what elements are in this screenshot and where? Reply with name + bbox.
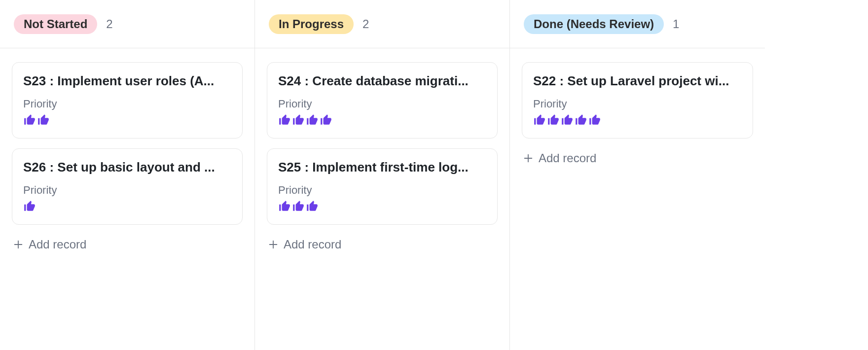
column-not-started: Not Started 2 S23 : Implement user roles… (0, 0, 255, 350)
priority-label: Priority (278, 98, 486, 110)
plus-icon (268, 239, 279, 250)
column-header: In Progress 2 (255, 0, 509, 48)
column-done-review: Done (Needs Review) 1 S22 : Set up Larav… (510, 0, 765, 350)
thumbs-up-icon (547, 113, 560, 126)
card[interactable]: S23 : Implement user roles (A... Priorit… (12, 62, 243, 139)
thumbs-up-icon (278, 200, 291, 212)
thumbs-up-icon (278, 113, 291, 126)
priority-thumbs (533, 113, 742, 126)
column-header: Not Started 2 (0, 0, 254, 48)
card[interactable]: S22 : Set up Laravel project wi... Prior… (522, 62, 753, 139)
column-header: Done (Needs Review) 1 (510, 0, 765, 48)
thumbs-up-icon (533, 113, 546, 126)
column-count: 1 (673, 17, 679, 31)
plus-icon (523, 153, 534, 164)
card-title: S22 : Set up Laravel project wi... (533, 73, 742, 89)
priority-thumbs (23, 113, 231, 126)
thumbs-up-icon (306, 200, 319, 212)
priority-thumbs (278, 113, 486, 126)
priority-label: Priority (23, 184, 231, 197)
kanban-board: Not Started 2 S23 : Implement user roles… (0, 0, 868, 350)
thumbs-up-icon (320, 113, 332, 126)
column-in-progress: In Progress 2 S24 : Create database migr… (255, 0, 510, 350)
status-pill-in-progress[interactable]: In Progress (269, 14, 354, 34)
column-body: S23 : Implement user roles (A... Priorit… (0, 48, 254, 254)
column-body: S22 : Set up Laravel project wi... Prior… (510, 48, 765, 168)
thumbs-up-icon (575, 113, 587, 126)
card[interactable]: S24 : Create database migrati... Priorit… (267, 62, 498, 139)
column-body: S24 : Create database migrati... Priorit… (255, 48, 509, 254)
thumbs-up-icon (588, 113, 601, 126)
card-title: S25 : Implement first-time log... (278, 160, 486, 175)
thumbs-up-icon (292, 113, 305, 126)
add-record-label: Add record (539, 151, 596, 165)
priority-label: Priority (533, 98, 742, 110)
card-title: S26 : Set up basic layout and ... (23, 160, 231, 175)
card[interactable]: S26 : Set up basic layout and ... Priori… (12, 148, 243, 225)
priority-thumbs (23, 200, 231, 212)
thumbs-up-icon (23, 113, 36, 126)
card[interactable]: S25 : Implement first-time log... Priori… (267, 148, 498, 225)
priority-label: Priority (23, 98, 231, 110)
column-count: 2 (362, 17, 369, 31)
thumbs-up-icon (561, 113, 574, 126)
add-record-label: Add record (29, 238, 86, 251)
add-record-button[interactable]: Add record (522, 148, 597, 168)
card-title: S24 : Create database migrati... (278, 73, 486, 89)
plus-icon (13, 239, 24, 250)
thumbs-up-icon (37, 113, 50, 126)
column-count: 2 (106, 17, 112, 31)
add-record-label: Add record (284, 238, 341, 251)
thumbs-up-icon (292, 200, 305, 212)
priority-thumbs (278, 200, 486, 212)
card-title: S23 : Implement user roles (A... (23, 73, 231, 89)
status-pill-not-started[interactable]: Not Started (14, 14, 97, 34)
thumbs-up-icon (23, 200, 36, 212)
priority-label: Priority (278, 184, 486, 197)
add-record-button[interactable]: Add record (267, 235, 342, 254)
add-record-button[interactable]: Add record (12, 235, 87, 254)
thumbs-up-icon (306, 113, 319, 126)
status-pill-done-review[interactable]: Done (Needs Review) (524, 14, 664, 34)
